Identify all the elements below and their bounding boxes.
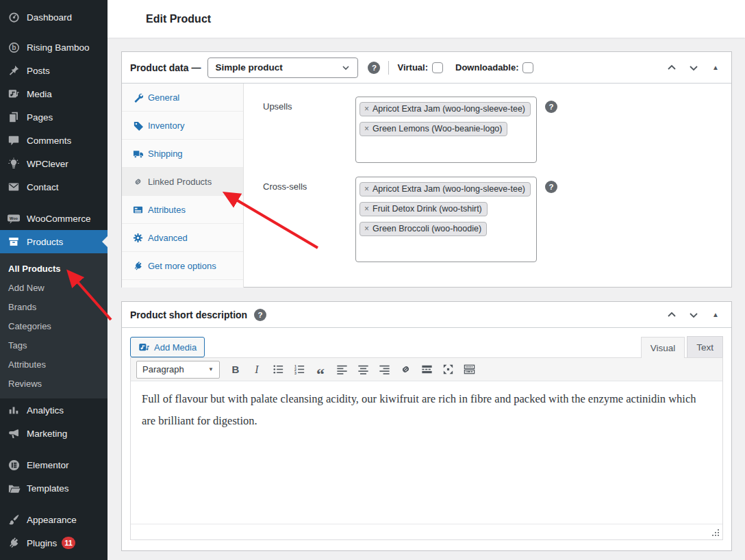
product-data-panel: Product data — Simple product ? Virtual:… (121, 51, 732, 288)
cross-sells-field-row: Cross-sells × Apricot Extra Jam (woo-lon… (263, 177, 731, 262)
submenu-item-add-new[interactable]: Add New (0, 278, 108, 297)
upsells-field-row: Upsells × Apricot Extra Jam (woo-long-sl… (263, 97, 731, 163)
product-type-select[interactable]: Simple product (207, 58, 358, 78)
sidebar-item-products[interactable]: Products (0, 230, 108, 253)
submenu-item-brands[interactable]: Brands (0, 297, 108, 316)
megaphone-icon (7, 427, 21, 440)
sidebar-item-marketing[interactable]: Marketing (0, 422, 108, 445)
virtual-checkbox[interactable] (432, 62, 443, 73)
sidebar-item-rising-bamboo[interactable]: b Rising Bamboo (0, 36, 108, 59)
sidebar-item-pages[interactable]: Pages (0, 105, 108, 129)
remove-tag-icon[interactable]: × (364, 184, 369, 194)
sidebar-item-plugins[interactable]: Plugins 11 (0, 531, 108, 555)
downloadable-label: Downloadable: (455, 62, 518, 73)
sidebar-item-elementor[interactable]: Elementor (0, 453, 108, 476)
blockquote-button[interactable]: “ (312, 361, 329, 379)
numbered-list-button[interactable]: 123 (290, 361, 308, 379)
tab-general[interactable]: General (122, 84, 243, 112)
submenu-label: Brands (8, 302, 36, 312)
collapse-panel-icon[interactable]: ▲ (708, 311, 723, 318)
read-more-button[interactable] (418, 361, 435, 379)
downloadable-checkbox[interactable] (522, 62, 533, 73)
bar-chart-icon (7, 403, 21, 417)
tab-visual[interactable]: Visual (641, 337, 685, 358)
sidebar-item-comments[interactable]: Comments (0, 129, 108, 152)
collapse-panel-icon[interactable]: ▲ (708, 64, 723, 71)
truck-icon (132, 148, 143, 159)
tab-label: General (148, 92, 179, 103)
remove-tag-icon[interactable]: × (364, 124, 369, 133)
sidebar-item-dashboard[interactable]: Dashboard (0, 5, 108, 29)
selected-product-tag[interactable]: × Green Lemons (Woo-beanie-logo) (359, 122, 507, 136)
tab-label: Advanced (148, 233, 188, 243)
sidebar-item-woocommerce[interactable]: Woo WooCommerce (0, 207, 108, 230)
bold-button[interactable]: B (227, 361, 244, 379)
link-button[interactable] (396, 361, 414, 379)
bulleted-list-button[interactable] (269, 361, 287, 379)
add-media-button[interactable]: Add Media (130, 337, 205, 357)
selected-product-tag[interactable]: × Apricot Extra Jam (woo-long-sleeve-tee… (359, 182, 531, 196)
sidebar-item-label: WPClever (27, 159, 68, 169)
selected-product-tag[interactable]: × Green Broccoli (woo-hoodie) (359, 222, 487, 236)
svg-text:Woo: Woo (10, 216, 18, 220)
sidebar-item-label: Pages (27, 112, 53, 123)
submenu-item-all-products[interactable]: All Products (0, 259, 108, 278)
selected-product-tag[interactable]: × Apricot Extra Jam (woo-long-sleeve-tee… (359, 102, 531, 116)
paragraph-format-value: Paragraph (142, 364, 184, 374)
remove-tag-icon[interactable]: × (364, 224, 369, 233)
plug-icon (7, 536, 21, 550)
sidebar-item-analytics[interactable]: Analytics (0, 398, 108, 422)
paragraph-format-select[interactable]: Paragraph ▼ (136, 361, 220, 379)
sidebar-item-wpclever[interactable]: WPClever (0, 152, 108, 175)
align-center-button[interactable] (354, 361, 372, 379)
selected-product-tag[interactable]: × Fruit Detox Drink (woo-tshirt) (359, 202, 488, 216)
tab-linked-products[interactable]: Linked Products (122, 168, 243, 196)
tab-label: Shipping (148, 149, 183, 159)
submenu-item-tags[interactable]: Tags (0, 335, 108, 355)
editor-content-area[interactable]: Full of flavour but with palate cleansin… (131, 381, 722, 524)
keyboard-shortcuts-button[interactable] (460, 361, 478, 379)
product-data-header: Product data — Simple product ? Virtual:… (122, 52, 731, 84)
help-icon[interactable]: ? (368, 62, 380, 74)
cross-sells-select-input[interactable]: × Apricot Extra Jam (woo-long-sleeve-tee… (355, 177, 537, 262)
admin-sidebar: Dashboard b Rising Bamboo Posts Media Pa… (0, 0, 108, 560)
help-icon[interactable]: ? (545, 101, 557, 113)
editor-mode-tabs: Visual Text (641, 336, 723, 357)
submenu-item-reviews[interactable]: Reviews (0, 374, 108, 393)
gear-icon (132, 232, 143, 243)
sidebar-item-media[interactable]: Media (0, 82, 108, 105)
tab-text[interactable]: Text (687, 336, 723, 357)
brush-icon (7, 513, 21, 526)
tab-get-more-options[interactable]: Get more options (122, 252, 243, 280)
help-icon[interactable]: ? (254, 309, 266, 321)
move-down-icon[interactable] (686, 60, 701, 75)
move-up-icon[interactable] (664, 307, 679, 322)
submenu-item-attributes[interactable]: Attributes (0, 355, 108, 374)
sidebar-item-posts[interactable]: Posts (0, 59, 108, 82)
align-right-button[interactable] (375, 361, 393, 379)
fullscreen-button[interactable] (439, 361, 457, 379)
tab-shipping[interactable]: Shipping (122, 140, 243, 168)
sidebar-item-templates[interactable]: Templates (0, 476, 108, 500)
remove-tag-icon[interactable]: × (364, 204, 369, 214)
submenu-label: Reviews (8, 379, 42, 389)
move-up-icon[interactable] (664, 60, 679, 75)
italic-button[interactable]: I (248, 361, 266, 379)
help-icon[interactable]: ? (545, 181, 557, 193)
sidebar-item-label: Templates (27, 483, 69, 494)
resize-grip-handle[interactable] (710, 527, 720, 537)
products-submenu: All Products Add New Brands Categories T… (0, 253, 108, 398)
upsells-select-input[interactable]: × Apricot Extra Jam (woo-long-sleeve-tee… (355, 97, 537, 163)
virtual-label: Virtual: (397, 62, 428, 73)
move-down-icon[interactable] (686, 307, 701, 322)
remove-tag-icon[interactable]: × (364, 104, 369, 114)
svg-text:b: b (12, 44, 16, 51)
plugins-count-badge: 11 (62, 537, 75, 549)
tab-advanced[interactable]: Advanced (122, 224, 243, 252)
sidebar-item-contact[interactable]: Contact (0, 175, 108, 199)
sidebar-item-appearance[interactable]: Appearance (0, 508, 108, 531)
align-left-button[interactable] (333, 361, 351, 379)
submenu-item-categories[interactable]: Categories (0, 316, 108, 335)
tab-attributes[interactable]: Attributes (122, 196, 243, 224)
tab-inventory[interactable]: Inventory (122, 112, 243, 140)
